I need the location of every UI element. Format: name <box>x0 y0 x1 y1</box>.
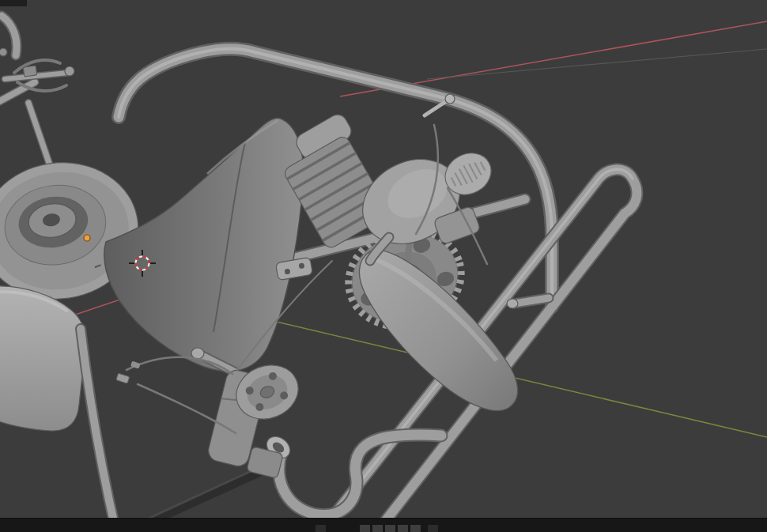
timeline-marker[interactable] <box>360 525 370 532</box>
origin-point <box>84 235 90 241</box>
timeline-marker[interactable] <box>398 525 408 532</box>
timeline-marker[interactable] <box>372 525 383 532</box>
timeline-marker[interactable] <box>385 525 395 532</box>
timeline-marker[interactable] <box>315 525 326 532</box>
timeline-bar[interactable] <box>0 518 767 532</box>
blender-3d-viewport[interactable] <box>0 0 767 532</box>
timeline-marker[interactable] <box>410 525 421 532</box>
timeline-marker[interactable] <box>428 525 438 532</box>
corner-notch <box>0 0 27 6</box>
lever-knob <box>65 66 74 76</box>
